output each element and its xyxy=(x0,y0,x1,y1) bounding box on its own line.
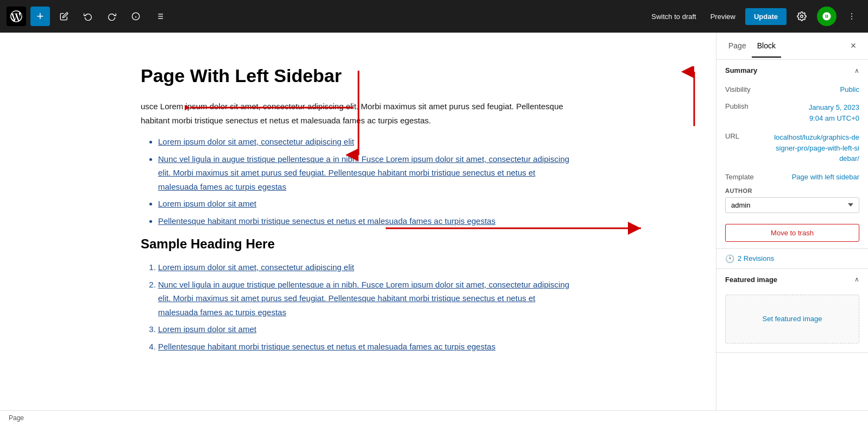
ordered-list: Lorem ipsum dolor sit amet, consectetur … xyxy=(158,260,575,353)
more-icon xyxy=(847,12,856,21)
svg-point-9 xyxy=(801,15,803,18)
publish-line1: January 5, 2023 xyxy=(809,103,859,111)
subheading: Sample Heading Here xyxy=(141,236,575,252)
editor-paragraph-1[interactable]: usce Lorem ipsum dolor sit amet, consect… xyxy=(141,99,575,127)
edit-button[interactable] xyxy=(54,7,74,26)
ol-link-3[interactable]: Lorem ipsum dolor sit amet xyxy=(158,324,256,334)
redo-icon xyxy=(108,12,116,21)
list-item[interactable]: Lorem ipsum dolor sit amet, consectetur … xyxy=(158,135,575,149)
move-to-trash-button[interactable]: Move to trash xyxy=(725,224,859,242)
tab-block[interactable]: Block xyxy=(752,35,781,58)
set-featured-image-label: Set featured image xyxy=(763,315,822,323)
pencil-icon xyxy=(60,12,68,21)
list-item[interactable]: Nunc vel ligula in augue tristique pelle… xyxy=(158,152,575,194)
featured-image-section: Featured image ∧ Set featured image xyxy=(716,269,868,353)
publish-row: Publish January 5, 2023 9:04 am UTC+0 xyxy=(716,98,868,128)
summary-section-header[interactable]: Summary ∧ xyxy=(716,60,868,81)
list-icon xyxy=(155,12,164,21)
info-button[interactable] xyxy=(126,7,146,26)
sidebar: Page Block × Summary ∧ Visibility Public… xyxy=(716,33,868,410)
toolbar-right: Switch to draft Preview Update xyxy=(647,7,861,26)
template-label: Template xyxy=(725,173,754,181)
arrow-up-sidebar xyxy=(672,66,716,132)
add-block-button[interactable]: + xyxy=(30,7,50,26)
wp-logo xyxy=(7,7,26,26)
preview-button[interactable]: Preview xyxy=(706,9,740,24)
ol-link-1[interactable]: Lorem ipsum dolor sit amet, consectetur … xyxy=(158,262,354,272)
list-item[interactable]: Lorem ipsum dolor sit amet xyxy=(158,197,575,211)
gear-icon xyxy=(797,11,807,21)
author-select[interactable]: admin xyxy=(725,197,859,213)
list-link-1[interactable]: Lorem ipsum dolor sit amet, consectetur … xyxy=(158,137,354,146)
featured-image-collapse-icon: ∧ xyxy=(854,276,859,283)
svg-point-10 xyxy=(851,13,852,14)
bullet-list: Lorem ipsum dolor sit amet, consectetur … xyxy=(158,135,575,228)
editor-area[interactable]: Page With Left Sidebar usce Lorem ipsum … xyxy=(0,33,716,410)
visibility-value[interactable]: Public xyxy=(840,85,859,93)
list-link-2[interactable]: Nunc vel ligula in augue tristique pelle… xyxy=(158,154,569,191)
page-title[interactable]: Page With Left Sidebar xyxy=(141,65,575,86)
ol-item[interactable]: Pellentesque habitant morbi tristique se… xyxy=(158,340,575,354)
info-icon xyxy=(131,12,140,21)
summary-collapse-icon: ∧ xyxy=(854,67,859,74)
revisions-clock-icon: 🕐 xyxy=(725,254,734,263)
switch-to-draft-button[interactable]: Switch to draft xyxy=(647,9,700,24)
list-link-4[interactable]: Pellentesque habitant morbi tristique se… xyxy=(158,216,495,226)
template-value[interactable]: Page with left sidebar xyxy=(792,173,859,181)
editor-content: Page With Left Sidebar usce Lorem ipsum … xyxy=(141,65,575,353)
main-layout: Page With Left Sidebar usce Lorem ipsum … xyxy=(0,33,868,410)
revisions-label: 2 Revisions xyxy=(738,254,774,262)
list-link-3[interactable]: Lorem ipsum dolor sit amet xyxy=(158,199,256,208)
undo-button[interactable] xyxy=(78,7,98,26)
publish-value[interactable]: January 5, 2023 9:04 am UTC+0 xyxy=(809,102,859,123)
svg-point-11 xyxy=(851,16,852,17)
revisions-row[interactable]: 🕐 2 Revisions xyxy=(716,249,868,268)
template-row: Template Page with left sidebar xyxy=(716,168,868,185)
jetpack-button[interactable] xyxy=(817,7,836,26)
revisions-section: 🕐 2 Revisions xyxy=(716,249,868,269)
ol-link-2[interactable]: Nunc vel ligula in augue tristique pelle… xyxy=(158,280,569,317)
ol-link-4[interactable]: Pellentesque habitant morbi tristique se… xyxy=(158,342,495,351)
list-item[interactable]: Pellentesque habitant morbi tristique se… xyxy=(158,214,575,228)
author-label: AUTHOR xyxy=(716,185,868,195)
publish-label: Publish xyxy=(725,102,749,110)
tab-page[interactable]: Page xyxy=(723,35,752,58)
wordpress-icon xyxy=(10,10,23,23)
sidebar-close-button[interactable]: × xyxy=(845,38,861,54)
visibility-label: Visibility xyxy=(725,85,751,93)
svg-point-12 xyxy=(851,18,852,20)
publish-line2: 9:04 am UTC+0 xyxy=(809,114,859,122)
undo-icon xyxy=(84,12,92,21)
url-row: URL localhost/luzuk/graphics-designer-pr… xyxy=(716,128,868,168)
summary-title: Summary xyxy=(725,66,757,74)
update-button[interactable]: Update xyxy=(745,8,787,25)
ol-item[interactable]: Nunc vel ligula in augue tristique pelle… xyxy=(158,278,575,320)
ol-item[interactable]: Lorem ipsum dolor sit amet, consectetur … xyxy=(158,260,575,274)
settings-button[interactable] xyxy=(792,7,812,26)
sidebar-tabs: Page Block × xyxy=(716,33,868,60)
featured-image-title: Featured image xyxy=(725,276,777,284)
featured-image-box[interactable]: Set featured image xyxy=(725,295,859,343)
list-view-button[interactable] xyxy=(150,7,169,26)
redo-button[interactable] xyxy=(102,7,122,26)
visibility-row: Visibility Public xyxy=(716,81,868,98)
jetpack-icon xyxy=(822,11,832,21)
more-options-button[interactable] xyxy=(842,7,861,26)
summary-section: Summary ∧ Visibility Public Publish Janu… xyxy=(716,60,868,249)
url-value[interactable]: localhost/luzuk/graphics-designer-pro/pa… xyxy=(772,132,859,164)
status-label: Page xyxy=(9,414,24,422)
toolbar: + Switch to draft Preview Update xyxy=(0,0,868,33)
url-label: URL xyxy=(725,132,739,140)
featured-image-header[interactable]: Featured image ∧ xyxy=(716,269,868,290)
ol-item[interactable]: Lorem ipsum dolor sit amet xyxy=(158,322,575,336)
status-bar: Page xyxy=(0,410,868,425)
